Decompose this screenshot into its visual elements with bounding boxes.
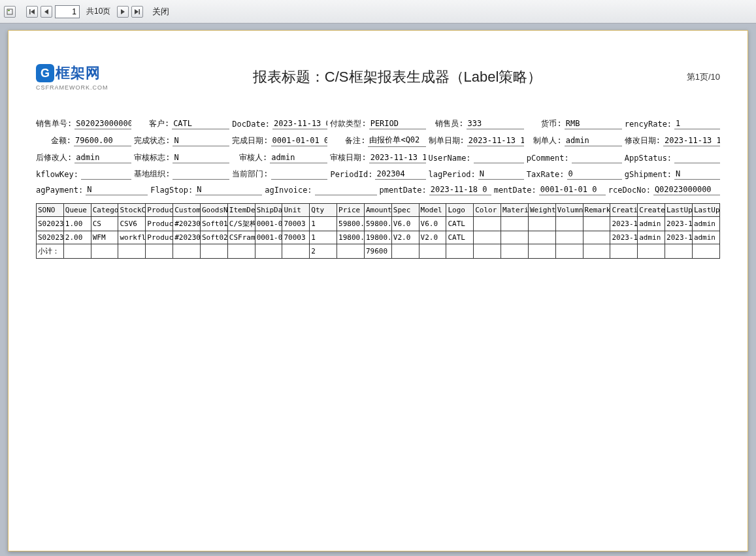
table-body: S020231.00CSCSV6Produc#20230Soft01C/S架构0… <box>37 217 720 259</box>
table-cell <box>91 244 118 259</box>
data-table: SONOQueueCategoStockCProducCustomGoodsNI… <box>36 203 720 259</box>
table-header-cell: Custom <box>173 204 201 217</box>
table-cell <box>583 244 610 259</box>
table-header-cell: Weight <box>528 204 555 217</box>
table-header-cell: GoodsN <box>200 204 227 217</box>
form-field: rencyRate:1 <box>625 118 720 129</box>
field-label: 完成日期: <box>232 135 271 146</box>
table-header-cell: Create <box>638 204 665 217</box>
svg-rect-1 <box>8 10 10 11</box>
table-header-cell: Unit <box>282 204 310 217</box>
table-cell: Produc <box>146 231 173 244</box>
field-value: 2023-11-13 0 <box>272 119 327 129</box>
form-field: 金额:79600.00 <box>36 135 131 147</box>
form-field: 销售单号:S02023000000 <box>36 118 131 129</box>
table-cell <box>528 217 555 231</box>
field-label: 审核标志: <box>134 152 173 163</box>
field-value: 1 <box>674 119 720 129</box>
table-cell: 2023-1 <box>665 217 693 231</box>
export-button[interactable] <box>4 6 16 18</box>
table-cell: 59800. <box>337 217 365 231</box>
report-viewport: G 框架网 CSFRAMEWORK.COM 报表标题：C/S框架报表生成器（La… <box>0 24 756 556</box>
next-page-button[interactable] <box>117 6 129 18</box>
table-row: S020232.00WFMworkflProduc#20230Soft02CSF… <box>37 231 720 244</box>
page-input[interactable] <box>55 5 80 18</box>
first-page-button[interactable] <box>26 6 38 18</box>
logo-subtext: CSFRAMEWORK.COM <box>36 84 108 91</box>
field-label: rceDocNo: <box>608 186 653 195</box>
form-field: 制单人:admin <box>527 135 622 147</box>
field-label: 销售员: <box>429 118 467 129</box>
table-cell: CSV6 <box>118 217 146 231</box>
subtotal-row: 小计：279600 <box>37 244 720 259</box>
form-field: 备注:由报价单<Q02 <box>330 135 425 147</box>
field-label: 后修改人: <box>36 152 74 163</box>
form-field: UserName: <box>429 152 524 163</box>
table-header-cell: ShipDa <box>255 204 282 217</box>
table-cell: V6.0 <box>391 217 419 231</box>
logo-icon: G <box>36 64 54 82</box>
form-field: pComment: <box>527 152 622 163</box>
form-field: 客户:CATL <box>134 118 229 129</box>
table-cell: #20230 <box>173 231 201 244</box>
table-cell: S02023 <box>37 231 64 244</box>
table-cell: admin <box>638 217 665 231</box>
field-value <box>474 153 524 163</box>
form-field: mentDate:0001-01-01 0 <box>494 185 606 195</box>
table-cell: S02023 <box>37 217 64 231</box>
form-field: PeriodId:202304 <box>330 169 425 180</box>
table-cell <box>583 217 610 231</box>
table-cell <box>583 231 610 244</box>
field-label: 当前部门: <box>232 169 271 180</box>
table-cell: C/S架构 <box>227 217 255 231</box>
table-header-cell: Queue <box>63 204 91 217</box>
table-header-row: SONOQueueCategoStockCProducCustomGoodsNI… <box>37 204 720 217</box>
field-value <box>674 153 720 163</box>
last-page-button[interactable] <box>131 6 143 18</box>
field-value: admin <box>270 153 327 163</box>
field-label: TaxRate: <box>527 170 567 179</box>
table-cell: CATL <box>446 217 474 231</box>
form-field: 完成日期:0001-01-01 0 <box>232 135 327 147</box>
field-value: CATL <box>172 119 229 129</box>
svg-marker-6 <box>135 9 139 14</box>
form-field: 基地组织: <box>134 169 229 180</box>
field-label: 金额: <box>36 135 74 146</box>
prev-page-button[interactable] <box>41 6 52 18</box>
form-field: 货币:RMB <box>527 118 622 129</box>
table-cell: admin <box>638 231 665 244</box>
table-cell: #20230 <box>173 217 201 231</box>
table-cell: 70003 <box>282 231 310 244</box>
table-header-cell: Price <box>337 204 365 217</box>
svg-marker-3 <box>31 9 35 14</box>
table-cell <box>610 244 638 259</box>
report-page: G 框架网 CSFRAMEWORK.COM 报表标题：C/S框架报表生成器（La… <box>8 30 748 551</box>
close-button[interactable]: 关闭 <box>152 6 169 18</box>
table-cell: Produc <box>146 217 173 231</box>
table-cell <box>555 231 583 244</box>
table-cell <box>255 244 282 259</box>
field-label: UserName: <box>429 154 474 163</box>
table-cell: 19800. <box>364 231 391 244</box>
field-value <box>271 169 328 180</box>
table-cell: WFM <box>91 231 118 244</box>
form-field: lagPeriod:N <box>429 169 524 180</box>
table-header-cell: Remark <box>583 204 610 217</box>
table-cell: 19800. <box>337 231 365 244</box>
table-cell: admin <box>692 217 719 231</box>
table-cell: CS <box>91 217 118 231</box>
table-cell: 2023-1 <box>610 231 638 244</box>
table-cell <box>282 244 310 259</box>
table-cell <box>474 217 501 231</box>
table-cell: 2 <box>310 244 337 259</box>
field-label: DocDate: <box>232 120 272 129</box>
table-cell <box>337 244 365 259</box>
field-value: 2023-11-13 1 <box>467 136 524 146</box>
table-cell <box>173 244 201 259</box>
table-header-cell: Volumn <box>555 204 583 217</box>
table-cell: 1.00 <box>63 217 91 231</box>
field-value: RMB <box>565 119 622 129</box>
field-value: 0001-01-01 0 <box>271 136 328 146</box>
field-label: mentDate: <box>494 186 539 195</box>
table-cell <box>501 217 529 231</box>
